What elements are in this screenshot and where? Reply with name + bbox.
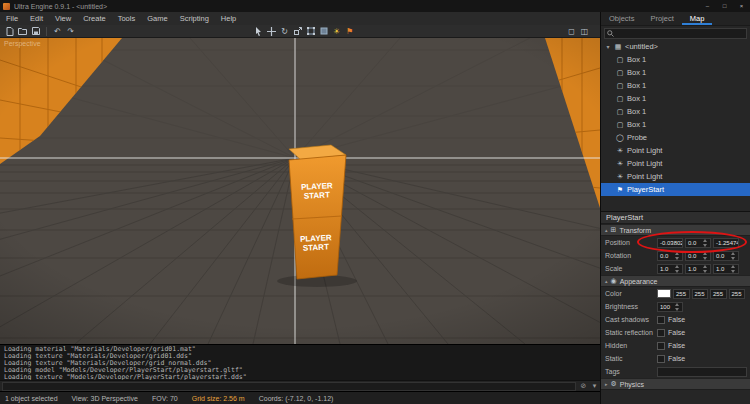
spinner-icon[interactable] <box>731 265 736 273</box>
tree-item-box[interactable]: ▢ Box 1 <box>601 53 750 66</box>
undo-icon[interactable]: ↶ <box>52 26 63 37</box>
tree-root-untitled[interactable]: ▾ ▦ <untitled> <box>601 40 750 53</box>
color-b-field[interactable]: 255 <box>710 289 727 299</box>
window-title: Ultra Engine 0.9.1 - <untitled> <box>14 3 107 10</box>
statusbar: 1 object selected View: 3D Perspective F… <box>0 391 600 404</box>
console-log[interactable]: Loading material "Materials/Developer/gr… <box>0 344 600 380</box>
spinner-icon[interactable] <box>703 265 708 273</box>
menu-scripting[interactable]: Scripting <box>174 12 215 25</box>
hidden-checkbox[interactable] <box>657 342 665 350</box>
maximize-button[interactable]: □ <box>716 0 733 12</box>
tags-field[interactable] <box>657 367 747 377</box>
color-r-field[interactable]: 255 <box>673 289 690 299</box>
tree-item-box[interactable]: ▢ Box 1 <box>601 105 750 118</box>
viewport-3d[interactable]: Perspective <box>0 38 600 344</box>
section-label: Physics <box>620 381 644 388</box>
tree-item-playerstart[interactable]: ⚑ PlayerStart <box>601 183 750 196</box>
expander-icon[interactable]: ▾ <box>603 43 613 50</box>
split-viewport-icon[interactable]: ◫ <box>579 26 590 37</box>
face-tool-icon[interactable] <box>318 26 329 37</box>
rotation-x-field[interactable]: 0.0 <box>657 251 683 261</box>
tree-root-label: <untitled> <box>625 42 658 51</box>
static-row: Static False <box>601 352 750 365</box>
tree-item-box[interactable]: ▢ Box 1 <box>601 118 750 131</box>
tree-item-point-light[interactable]: ☀ Point Light <box>601 144 750 157</box>
close-button[interactable]: × <box>733 0 750 12</box>
tab-objects[interactable]: Objects <box>601 12 642 25</box>
hidden-value: False <box>668 342 685 349</box>
menu-help[interactable]: Help <box>215 12 242 25</box>
section-appearance[interactable]: ▴ ◉ Appearance <box>601 275 750 287</box>
tree-item-probe[interactable]: ◯ Probe <box>601 131 750 144</box>
viewport-canvas: PLAYER START PLAYER START <box>0 38 600 344</box>
menu-tools[interactable]: Tools <box>112 12 142 25</box>
status-fov: FOV: 70 <box>152 395 178 402</box>
spinner-icon[interactable] <box>675 252 680 260</box>
tree-item-point-light[interactable]: ☀ Point Light <box>601 157 750 170</box>
box-icon: ▢ <box>615 121 625 129</box>
static-reflection-checkbox[interactable] <box>657 329 665 337</box>
tree-item-box[interactable]: ▢ Box 1 <box>601 66 750 79</box>
tree-item-box[interactable]: ▢ Box 1 <box>601 79 750 92</box>
spinner-icon[interactable] <box>703 239 708 247</box>
color-g-field[interactable]: 255 <box>692 289 709 299</box>
brightness-field[interactable]: 100 <box>657 302 683 312</box>
clear-console-icon[interactable]: ⊘ <box>578 382 589 391</box>
scale-y-field[interactable]: 1.0 <box>685 264 711 274</box>
color-swatch[interactable] <box>657 289 671 298</box>
menu-edit[interactable]: Edit <box>24 12 49 25</box>
static-checkbox[interactable] <box>657 355 665 363</box>
tree-item-label: Box 1 <box>627 68 646 77</box>
select-tool-icon[interactable] <box>253 26 264 37</box>
position-z-field[interactable]: -1.25474 <box>713 238 739 248</box>
flag-tool-icon[interactable]: ⚑ <box>344 26 355 37</box>
viewport-label: Perspective <box>4 40 41 47</box>
rotation-y-field[interactable]: 0.0 <box>685 251 711 261</box>
box-icon: ▢ <box>615 108 625 116</box>
rotate-tool-icon[interactable]: ↻ <box>279 26 290 37</box>
spinner-icon[interactable] <box>675 265 680 273</box>
menu-game[interactable]: Game <box>141 12 173 25</box>
position-x-field[interactable]: -0.03802 <box>657 238 683 248</box>
scroll-down-icon[interactable]: ▾ <box>589 382 600 391</box>
console-input[interactable] <box>2 382 576 391</box>
tree-item-point-light[interactable]: ☀ Point Light <box>601 170 750 183</box>
tab-project[interactable]: Project <box>642 12 681 25</box>
new-file-icon[interactable] <box>4 26 15 37</box>
minimize-button[interactable]: – <box>699 0 716 12</box>
save-icon[interactable] <box>30 26 41 37</box>
color-a-field[interactable]: 255 <box>729 289 746 299</box>
cast-shadows-label: Cast shadows <box>605 316 657 323</box>
map-icon: ▦ <box>613 43 623 51</box>
vertex-tool-icon[interactable] <box>305 26 316 37</box>
light-tool-icon[interactable]: ☀ <box>331 26 342 37</box>
spinner-icon[interactable] <box>731 252 736 260</box>
status-grid-size: Grid size: 2.56 m <box>192 395 245 402</box>
menu-create[interactable]: Create <box>77 12 112 25</box>
search-input[interactable] <box>614 29 744 38</box>
rotation-z-field[interactable]: 0.0 <box>713 251 739 261</box>
spinner-icon[interactable] <box>703 252 708 260</box>
menu-view[interactable]: View <box>49 12 77 25</box>
open-folder-icon[interactable] <box>17 26 28 37</box>
spinner-icon[interactable] <box>675 303 680 311</box>
tree-item-box[interactable]: ▢ Box 1 <box>601 92 750 105</box>
scale-tool-icon[interactable] <box>292 26 303 37</box>
section-physics[interactable]: ▸ ⚙ Physics <box>601 378 750 390</box>
tree-item-label: Point Light <box>627 159 662 168</box>
cast-shadows-checkbox[interactable] <box>657 316 665 324</box>
translate-tool-icon[interactable] <box>266 26 277 37</box>
cast-shadows-row: Cast shadows False <box>601 313 750 326</box>
position-y-field[interactable]: 0.0 <box>685 238 711 248</box>
menu-file[interactable]: File <box>0 12 24 25</box>
scale-z-field[interactable]: 1.0 <box>713 264 739 274</box>
app-logo-icon <box>3 3 10 10</box>
box-icon: ▢ <box>615 56 625 64</box>
tree-item-label: Point Light <box>627 146 662 155</box>
section-transform[interactable]: ▴ ⊞ Transform <box>601 224 750 236</box>
scale-x-field[interactable]: 1.0 <box>657 264 683 274</box>
redo-icon[interactable]: ↷ <box>65 26 76 37</box>
single-viewport-icon[interactable]: ◻ <box>566 26 577 37</box>
search-icon <box>607 30 614 37</box>
tab-map[interactable]: Map <box>682 12 713 25</box>
